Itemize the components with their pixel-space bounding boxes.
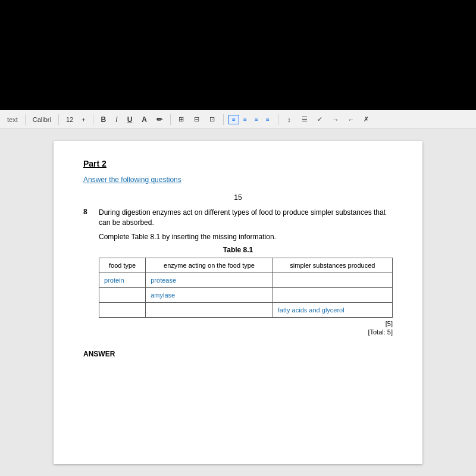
- more-icon[interactable]: ✗: [361, 114, 372, 125]
- text-style-dropdown[interactable]: text: [5, 115, 20, 124]
- underline-button[interactable]: U: [124, 114, 136, 125]
- question-number-center: 15: [83, 193, 393, 202]
- highlight-button[interactable]: ✏: [154, 114, 165, 125]
- insert-comment-icon[interactable]: ⊞: [176, 114, 187, 125]
- row2-substances: [273, 287, 392, 302]
- divider-1: [25, 114, 26, 125]
- checklist-icon[interactable]: ✓: [314, 114, 326, 125]
- list-icon[interactable]: ☰: [299, 114, 311, 125]
- divider-4: [170, 114, 171, 125]
- marks-label: [5]: [83, 320, 393, 327]
- part-heading: Part 2: [83, 159, 393, 168]
- table-row: protein protease: [99, 273, 393, 287]
- alignment-group: ≡ ≡ ≡ ≡: [228, 115, 273, 124]
- row3-enzyme: [146, 302, 273, 317]
- font-size-up[interactable]: +: [79, 115, 87, 124]
- align-left-icon[interactable]: ≡: [228, 115, 239, 124]
- row2-enzyme: amylase: [146, 287, 273, 302]
- indent-icon[interactable]: →: [330, 114, 342, 125]
- line-spacing-icon[interactable]: ↕: [283, 114, 295, 125]
- table-header-row: food type enzyme acting on the food type…: [99, 258, 393, 273]
- total-label: [Total: 5]: [83, 328, 393, 336]
- row2-food-type: [99, 287, 146, 302]
- question-row: 8 During digestion enzymes act on differ…: [83, 208, 393, 228]
- table-8-1: food type enzyme acting on the food type…: [99, 258, 393, 318]
- bold-button[interactable]: B: [98, 114, 109, 125]
- outdent-icon[interactable]: ←: [345, 114, 357, 125]
- instructions-text: Answer the following questions: [83, 176, 393, 184]
- question-num: 8: [83, 208, 93, 228]
- align-center-icon[interactable]: ≡: [240, 115, 250, 124]
- col-header-food-type: food type: [99, 258, 146, 273]
- align-right-icon[interactable]: ≡: [251, 115, 262, 124]
- row1-enzyme: protease: [146, 273, 273, 287]
- align-justify-icon[interactable]: ≡: [262, 115, 273, 124]
- document-area: Part 2 Answer the following questions 15…: [0, 129, 476, 476]
- col-header-substances: simpler substances produced: [273, 258, 392, 273]
- row1-substances: [273, 273, 392, 287]
- col-header-enzyme: enzyme acting on the food type: [146, 258, 273, 273]
- font-size[interactable]: 12: [64, 115, 76, 124]
- divider-5: [223, 114, 224, 125]
- question-text: During digestion enzymes act on differen…: [99, 208, 393, 228]
- insert-link-icon[interactable]: ⊡: [206, 114, 218, 125]
- document-page: Part 2 Answer the following questions 15…: [54, 141, 422, 464]
- divider-2: [58, 114, 59, 125]
- font-name[interactable]: Calibri: [30, 115, 54, 124]
- complete-instruction: Complete Table 8.1 by inserting the miss…: [99, 233, 393, 241]
- answer-label: ANSWER: [83, 350, 393, 358]
- italic-button[interactable]: I: [112, 114, 120, 125]
- divider-6: [278, 114, 278, 125]
- row3-food-type: [99, 302, 146, 317]
- table-row: fatty acids and glycerol: [99, 302, 393, 317]
- table-title: Table 8.1: [83, 246, 393, 254]
- row3-substances: fatty acids and glycerol: [273, 302, 392, 317]
- insert-image-icon[interactable]: ⊟: [191, 114, 203, 125]
- toolbar: text Calibri 12 + B I U A ✏ ⊞ ⊟ ⊡ ≡ ≡ ≡ …: [0, 110, 476, 129]
- table-row: amylase: [99, 287, 393, 302]
- font-color-button[interactable]: A: [139, 114, 150, 125]
- row1-food-type: protein: [99, 273, 146, 287]
- divider-3: [93, 114, 93, 125]
- top-black-bar: [0, 0, 476, 110]
